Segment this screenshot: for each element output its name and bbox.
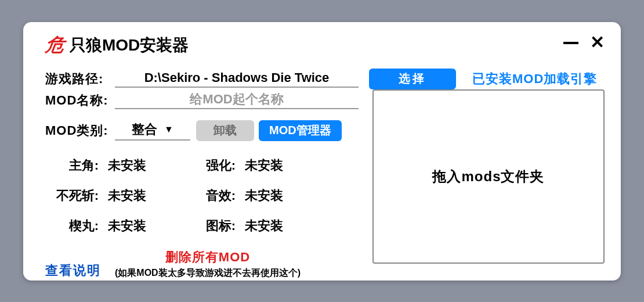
main-window: 危 只狼MOD安装器 ✕ 游戏路径: D:\Sekiro - Shadows D…	[23, 22, 621, 281]
status-sound-value: 未安装	[245, 187, 314, 204]
status-protagonist-value: 未安装	[108, 157, 178, 174]
app-title: 只狼MOD安装器	[70, 34, 189, 56]
status-immortal-value: 未安装	[108, 187, 178, 204]
mods-dropzone[interactable]: 拖入mods文件夹	[372, 89, 605, 264]
dropzone-text: 拖入mods文件夹	[432, 167, 544, 186]
status-grid: 主角: 未安装 强化: 未安装 不死斩: 未安装 音效: 未安装 楔丸: 未安装…	[45, 157, 359, 235]
window-controls: ✕	[563, 34, 605, 51]
delete-all-title: 删除所有MOD	[115, 249, 301, 266]
close-icon[interactable]: ✕	[590, 34, 605, 51]
minimize-icon[interactable]	[563, 42, 578, 44]
status-kusabi-value: 未安装	[108, 217, 178, 235]
delete-all-block[interactable]: 删除所有MOD (如果MOD装太多导致游戏进不去再使用这个)	[115, 249, 301, 279]
chevron-down-icon: ▼	[164, 124, 173, 135]
status-icon-value: 未安装	[245, 217, 314, 235]
mod-category-label: MOD类别:	[45, 122, 115, 139]
status-icon-label: 图标:	[182, 217, 240, 235]
status-enhance-label: 强化:	[182, 157, 240, 174]
mod-category-value: 整合	[132, 121, 157, 138]
mod-name-input[interactable]	[115, 92, 359, 109]
titlebar: 危 只狼MOD安装器	[45, 33, 605, 58]
status-protagonist-label: 主角:	[45, 157, 103, 174]
engine-status: 已安装MOD加载引擎	[472, 70, 597, 88]
mod-name-label: MOD名称:	[45, 92, 115, 109]
uninstall-button[interactable]: 卸载	[196, 120, 254, 141]
view-help-link[interactable]: 查看说明	[45, 262, 101, 279]
select-path-button[interactable]: 选择	[369, 69, 456, 89]
status-kusabi-label: 楔丸:	[45, 217, 103, 235]
mod-manager-button[interactable]: MOD管理器	[259, 120, 342, 141]
app-logo-icon: 危	[44, 33, 66, 58]
delete-all-note: (如果MOD装太多导致游戏进不去再使用这个)	[115, 267, 301, 279]
game-path-value: D:\Sekiro - Shadows Die Twice	[115, 70, 359, 88]
status-sound-label: 音效:	[182, 187, 240, 204]
mod-category-select[interactable]: 整合 ▼	[115, 121, 190, 141]
status-immortal-label: 不死斩:	[45, 187, 103, 204]
status-enhance-value: 未安装	[245, 157, 314, 174]
game-path-label: 游戏路径:	[45, 70, 115, 88]
